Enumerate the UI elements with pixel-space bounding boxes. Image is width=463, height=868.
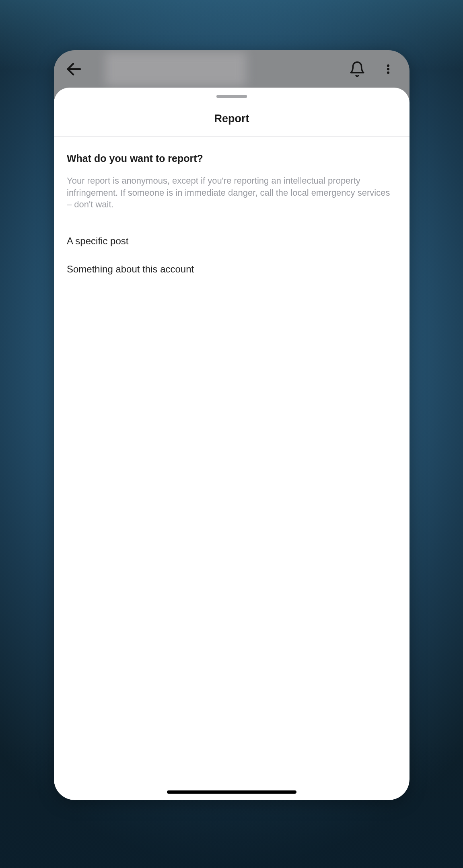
more-options-button[interactable]	[378, 57, 398, 81]
report-question: What do you want to report?	[67, 153, 397, 164]
svg-point-3	[387, 72, 389, 74]
option-specific-post[interactable]: A specific post	[67, 226, 397, 256]
app-topbar	[54, 50, 409, 88]
sheet-title: Report	[54, 98, 409, 137]
sheet-grabber[interactable]	[216, 95, 247, 98]
home-indicator[interactable]	[167, 790, 296, 794]
svg-point-2	[387, 68, 389, 70]
phone-frame: Report What do you want to report? Your …	[54, 50, 409, 800]
arrow-left-icon	[65, 60, 83, 78]
notifications-button[interactable]	[345, 57, 369, 81]
option-about-account[interactable]: Something about this account	[67, 254, 397, 285]
back-button[interactable]	[63, 58, 85, 80]
account-name-redacted	[105, 52, 246, 86]
report-disclaimer: Your report is anonymous, except if you'…	[67, 175, 397, 211]
report-sheet: Report What do you want to report? Your …	[54, 88, 409, 800]
bell-icon	[349, 61, 366, 78]
more-vertical-icon	[382, 60, 394, 78]
sheet-body: What do you want to report? Your report …	[54, 137, 409, 800]
svg-point-1	[387, 64, 389, 66]
